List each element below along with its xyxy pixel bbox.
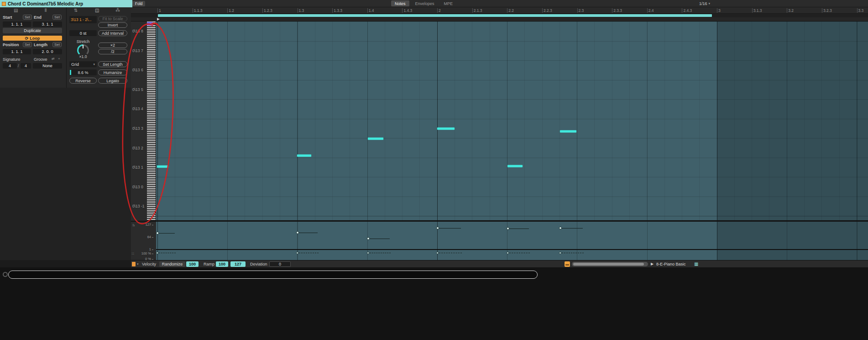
probability-lane-icon[interactable]: ∷ <box>132 252 134 256</box>
loop-brace[interactable] <box>158 14 712 17</box>
timeline-label: 1.3.3 <box>332 8 342 13</box>
grid-view-icon[interactable]: ▦ <box>694 261 698 266</box>
pitch-row-label: 0\13 7 <box>131 41 147 61</box>
velocity-lane-label[interactable]: Velocity <box>142 262 156 266</box>
zoom-scrollbar-thumb[interactable] <box>573 263 644 266</box>
clip-start-value[interactable]: 1. 1. 1 <box>3 21 31 27</box>
midi-note[interactable] <box>560 130 576 133</box>
length-set-button[interactable]: Set <box>52 42 62 47</box>
loop-toggle[interactable]: ⟳ Loop <box>3 36 62 41</box>
after-loop-region <box>717 250 868 260</box>
half-time-button[interactable]: /2 <box>98 49 127 54</box>
set-length-button[interactable]: Set Length <box>98 61 127 67</box>
timeline-label: 3.2.3 <box>822 8 832 13</box>
clip-envelopes-tab-icon[interactable]: ⫴ <box>45 8 47 13</box>
clip-title-bar[interactable]: Chord C Dominant7b5 Melodic Arp <box>0 0 132 7</box>
lane-control-bar: ▾ Velocity Randomize 100 Ramp 100 127 De… <box>131 260 868 267</box>
add-interval-button[interactable]: Add Interval <box>98 30 127 36</box>
humanize-amount[interactable]: 8.6 % <box>69 69 97 75</box>
start-marker-icon[interactable] <box>157 18 160 21</box>
stretch-value[interactable]: ×1.0 <box>69 54 97 59</box>
scrub-area[interactable] <box>131 17 868 21</box>
double-time-button[interactable]: ×2 <box>98 42 127 48</box>
transform-tab-2-icon[interactable]: ◫ <box>95 8 99 13</box>
reverse-button[interactable]: Reverse <box>69 78 97 84</box>
grid-interval-value: 1/16 <box>699 1 707 6</box>
preview-play-icon[interactable]: ▶ <box>651 262 654 266</box>
signature-denominator[interactable]: 4 <box>21 63 31 69</box>
deviation-label: Deviation <box>250 262 267 266</box>
piano-key-strip[interactable] <box>147 21 156 221</box>
command-input[interactable] <box>8 271 538 279</box>
position-set-button[interactable]: Set <box>23 42 32 47</box>
instrument-icon[interactable] <box>565 261 570 267</box>
pitch-row-label: 0\13 5 <box>131 80 147 100</box>
clip-notes-tab-icon[interactable]: ▤ <box>14 8 18 13</box>
start-set-button[interactable]: Set <box>23 15 32 20</box>
probability-lane[interactable] <box>156 250 868 260</box>
loop-length-value[interactable]: 2. 0. 0 <box>33 49 62 54</box>
after-loop-region <box>717 222 868 249</box>
probability-marker[interactable] <box>507 252 509 254</box>
probability-marker[interactable] <box>156 252 158 254</box>
timeline-label: 3.2 <box>787 8 794 13</box>
fit-to-scale-button[interactable]: Fit to Scale <box>98 16 127 21</box>
grid-dropdown[interactable]: Grid ▾ <box>69 61 97 67</box>
midi-note[interactable] <box>368 138 383 140</box>
probability-marker[interactable] <box>436 252 439 254</box>
pitch-row-label: 0\13 4 <box>131 99 147 119</box>
lane-chooser-caret-icon[interactable]: ▾ <box>137 262 139 266</box>
ramp-start-value[interactable]: 100 <box>216 261 228 267</box>
timeline-ruler[interactable]: 11.1.31.21.2.31.31.3.31.41.4.322.1.32.22… <box>131 7 868 14</box>
fold-button[interactable]: Fold <box>132 1 145 6</box>
note-grid[interactable] <box>156 21 868 221</box>
velocity-scale-label: 64 <box>147 235 153 239</box>
legato-button[interactable]: Legato <box>98 78 127 84</box>
ramp-end-value[interactable]: 127 <box>230 261 246 267</box>
velocity-scale-label: 127 <box>145 223 153 227</box>
invert-button[interactable]: Invert <box>98 22 127 28</box>
probability-marker-tail <box>439 253 462 253</box>
velocity-lane[interactable] <box>156 221 868 250</box>
zoom-scrollbar[interactable] <box>572 262 648 266</box>
timeline-label: 2.3.3 <box>612 8 622 13</box>
groove-hotswap-icon[interactable]: ⇄ <box>52 57 55 61</box>
transform-tab-1-icon[interactable]: ⇅ <box>74 8 78 13</box>
probability-marker[interactable] <box>559 252 561 254</box>
midi-note[interactable] <box>507 165 523 167</box>
grid-interval-chooser[interactable]: 1/16 ▾ <box>699 0 710 6</box>
tab-mpe[interactable]: MPE <box>440 0 457 6</box>
lane-color-swatch[interactable] <box>132 262 136 266</box>
groove-commit-icon[interactable]: + <box>58 57 60 61</box>
tab-envelopes[interactable]: Envelopes <box>412 0 438 6</box>
clip-end-value[interactable]: 3. 1. 1 <box>33 21 62 27</box>
probability-marker[interactable] <box>367 252 369 254</box>
midi-note[interactable] <box>297 154 311 157</box>
timeline-label: 1.3 <box>298 8 304 13</box>
tab-notes[interactable]: Notes <box>391 0 409 6</box>
row-label-column: 0\13 80\13 70\13 60\13 50\13 40\13 30\13… <box>131 21 147 221</box>
midi-note[interactable] <box>437 128 455 130</box>
loop-position-value[interactable]: 1. 1. 1 <box>3 49 31 54</box>
signature-numerator[interactable]: 4 <box>3 63 17 69</box>
probability-scale-label: 100 % <box>141 251 153 255</box>
loop-icon: ⟳ <box>25 36 29 41</box>
transpose-value[interactable]: 0 st <box>69 30 97 36</box>
end-set-button[interactable]: Set <box>52 15 62 20</box>
transform-tab-3-icon[interactable]: ⁂ <box>115 8 120 13</box>
humanize-button[interactable]: Humanize <box>98 69 127 75</box>
groove-chooser[interactable]: None <box>33 63 62 69</box>
instrument-name[interactable]: 8-E-Piano Basic <box>656 262 686 266</box>
deviation-value[interactable]: 0 <box>269 261 291 267</box>
randomize-amount-value[interactable]: 100 <box>186 261 199 267</box>
probability-marker[interactable] <box>296 252 298 254</box>
status-bar <box>0 267 868 340</box>
midi-note[interactable] <box>157 165 168 168</box>
length-label: Length <box>34 42 47 47</box>
editor-header: Fold NotesEnvelopesMPE 1/16 ▾ <box>131 0 868 7</box>
interval-display[interactable]: 3\13 1 - 2\... <box>69 16 97 23</box>
velocity-lane-icon[interactable]: ⣦ <box>132 223 135 227</box>
duplicate-button[interactable]: Duplicate <box>3 28 62 33</box>
randomize-button[interactable]: Randomize <box>159 261 185 267</box>
timeline-label: 1 <box>157 8 161 13</box>
